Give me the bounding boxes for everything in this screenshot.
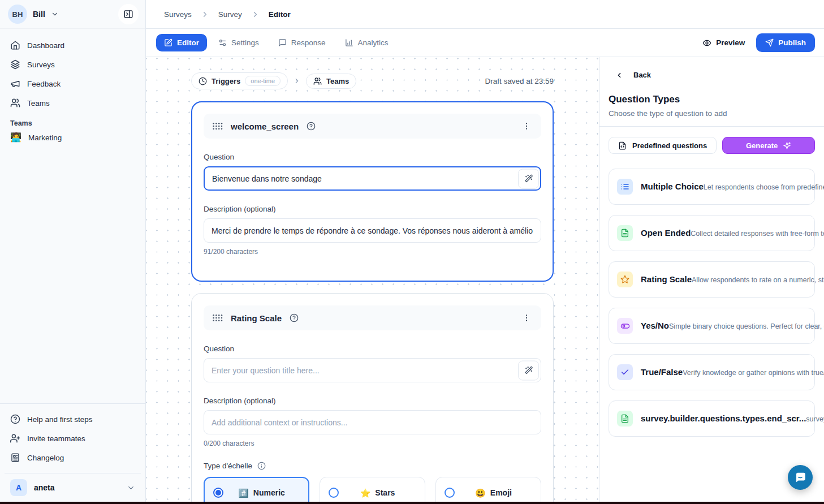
char-counter: 0/200 characters (204, 440, 541, 447)
predefined-questions-button[interactable]: Predefined questions (609, 137, 717, 154)
preview-button[interactable]: Preview (696, 34, 752, 52)
radio-unchecked[interactable] (329, 488, 339, 498)
teams-section-label: Teams (0, 113, 145, 128)
tab-label: Editor (177, 38, 199, 47)
document-icon (617, 225, 633, 241)
sliders-icon (218, 38, 227, 47)
question-title-input[interactable] (204, 166, 541, 191)
publish-label: Publish (778, 38, 806, 47)
chat-launcher-button[interactable] (788, 465, 813, 490)
type-description: Let respondents choose from predefined o… (704, 183, 824, 191)
more-vertical-icon[interactable] (520, 311, 533, 325)
sidebar-item-invite[interactable]: Invite teammates (5, 429, 141, 448)
type-card-multiple-choice[interactable]: Multiple ChoiceLet respondents choose fr… (609, 169, 815, 205)
type-card-open-ended[interactable]: Open EndedCollect detailed responses wit… (609, 215, 815, 251)
tab-analytics[interactable]: Analytics (337, 34, 396, 51)
user-plus-icon (10, 433, 20, 443)
workarea: Triggers one-time Teams Draft saved at 2… (146, 57, 824, 504)
radio-checked[interactable] (213, 488, 223, 498)
back-label: Back (633, 71, 651, 79)
account-avatar: A (10, 479, 27, 496)
tab-label: Response (291, 38, 326, 47)
collapse-sidebar-button[interactable] (118, 4, 139, 24)
drag-handle-icon[interactable] (212, 122, 223, 131)
scale-option-stars[interactable]: ⭐Stars (320, 477, 425, 504)
tab-response[interactable]: Response (270, 34, 334, 51)
type-title: survey.builder.questions.types.end_scr..… (641, 413, 806, 423)
sidebar-item-dashboard[interactable]: Dashboard (5, 36, 141, 55)
magic-wand-button[interactable] (518, 169, 539, 188)
users-icon (10, 98, 20, 108)
drag-handle-icon[interactable] (212, 313, 223, 322)
chevron-down-icon (127, 484, 135, 492)
more-vertical-icon[interactable] (520, 119, 533, 133)
teams-pill[interactable]: Teams (306, 74, 356, 89)
tab-settings[interactable]: Settings (210, 34, 267, 51)
question-title-input[interactable] (204, 358, 541, 382)
question-type-list: Multiple ChoiceLet respondents choose fr… (599, 161, 824, 445)
megaphone-icon (10, 79, 20, 89)
toggle-icon (617, 318, 633, 334)
question-card-header: welcome_screen (204, 114, 541, 139)
sidebar-item-label: Teams (27, 99, 50, 107)
question-description-input[interactable] (204, 410, 541, 434)
question-card-rating-scale[interactable]: Rating Scale Question Description (optio… (191, 293, 554, 504)
breadcrumb: Surveys Survey Editor (146, 0, 824, 29)
teams-pill-label: Teams (326, 77, 349, 85)
bar-chart-icon (345, 38, 353, 47)
triggers-pill[interactable]: Triggers one-time (191, 72, 288, 89)
keycap-hash-emoji-icon: #️⃣ (238, 489, 249, 497)
type-description: Collect detailed responses with free-for… (691, 230, 824, 238)
sidebar-item-help[interactable]: Help and first steps (5, 410, 141, 429)
breadcrumb-survey[interactable]: Survey (218, 10, 242, 19)
help-circle-icon[interactable] (290, 313, 299, 322)
workspace-switcher[interactable]: BH Bill (0, 0, 145, 29)
sidebar-nav: Dashboard Surveys Feedback Teams (0, 29, 145, 113)
workspace-avatar: BH (8, 5, 27, 24)
sidebar-footer: Help and first steps Invite teammates Ch… (0, 403, 145, 504)
scale-option-numeric[interactable]: #️⃣Numeric (204, 477, 309, 504)
question-card-welcome-screen[interactable]: welcome_screen Question Description (opt… (191, 101, 554, 282)
info-icon[interactable] (257, 462, 266, 470)
wand-icon (524, 366, 533, 375)
scale-option-emoji[interactable]: 😃Emoji (435, 477, 541, 504)
type-description: Verify knowledge or gather opinions with… (683, 369, 824, 377)
star-emoji-icon: ⭐ (360, 489, 371, 497)
sidebar-item-surveys[interactable]: Surveys (5, 55, 141, 74)
question-card-title: Rating Scale (231, 313, 282, 323)
panel-right-icon (123, 9, 133, 19)
type-card-rating-scale[interactable]: Rating ScaleAllow respondents to rate on… (609, 261, 815, 298)
back-button[interactable]: Back (599, 57, 824, 79)
team-item-marketing[interactable]: 🧑‍💻 Marketing (0, 128, 145, 147)
type-title: Rating Scale (641, 274, 692, 284)
check-icon (617, 364, 633, 380)
breadcrumb-surveys[interactable]: Surveys (164, 10, 192, 19)
type-card-true-false[interactable]: True/FalseVerify knowledge or gather opi… (609, 354, 815, 390)
sidebar-item-teams[interactable]: Teams (5, 93, 141, 113)
question-card-header: Rating Scale (204, 305, 541, 330)
sidebar-item-label: Surveys (27, 61, 55, 69)
tab-editor[interactable]: Editor (156, 34, 207, 51)
type-title: Open Ended (641, 228, 691, 238)
sidebar-item-feedback[interactable]: Feedback (5, 74, 141, 93)
account-switcher[interactable]: A aneta (5, 473, 141, 504)
help-circle-icon[interactable] (307, 122, 316, 131)
panel-title: Question Types (599, 79, 824, 105)
sidebar-item-changelog[interactable]: Changelog (5, 448, 141, 467)
technologist-emoji-icon: 🧑‍💻 (10, 133, 21, 142)
radio-unchecked[interactable] (445, 488, 455, 498)
document-icon (617, 411, 633, 427)
send-icon (765, 38, 774, 47)
predefined-label: Predefined questions (632, 141, 707, 150)
type-card-end-screen[interactable]: survey.builder.questions.types.end_scr..… (609, 400, 815, 437)
question-description-input[interactable] (204, 218, 541, 243)
generate-button[interactable]: Generate (722, 137, 815, 154)
sidebar-item-label: Help and first steps (27, 415, 93, 424)
message-square-icon (278, 38, 287, 47)
publish-button[interactable]: Publish (756, 33, 815, 52)
char-counter: 91/200 characters (204, 248, 541, 256)
question-card-title: welcome_screen (231, 122, 299, 131)
home-icon (10, 40, 20, 50)
type-card-yes-no[interactable]: Yes/NoSimple binary choice questions. Pe… (609, 308, 815, 344)
magic-wand-button[interactable] (518, 360, 539, 380)
